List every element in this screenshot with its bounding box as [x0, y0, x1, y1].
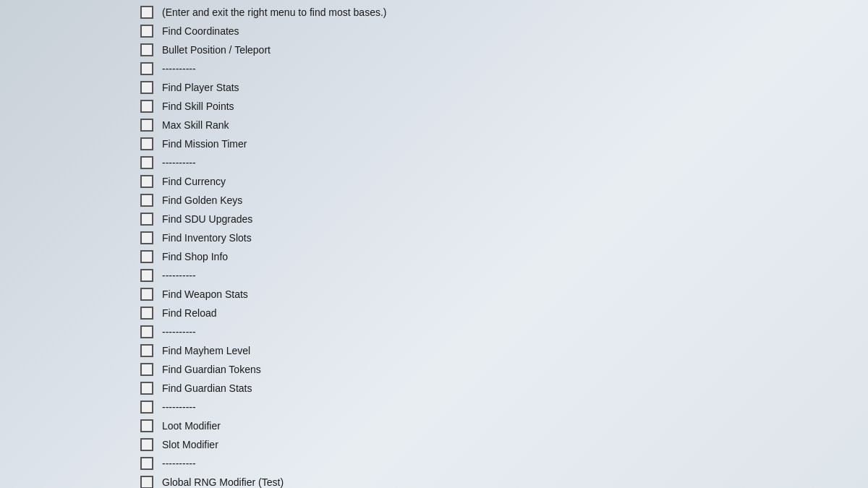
main-container: (Enter and exit the right menu to find m… — [0, 0, 868, 488]
list-row: Find Guardian Stats </div> — [0, 379, 868, 398]
item-label: Find Currency — [159, 176, 781, 187]
list-row: Find Golden Keys </div> — [0, 191, 868, 210]
checkbox-area — [0, 438, 159, 451]
list-row: Find Skill Points </div> — [0, 97, 868, 116]
separator-row: ---------- — [0, 398, 868, 416]
item-checkbox[interactable] — [140, 476, 153, 488]
separator-label: ---------- — [159, 63, 868, 74]
item-checkbox[interactable] — [140, 119, 153, 132]
separator-checkbox[interactable] — [140, 156, 153, 169]
item-label: Max Skill Rank — [159, 119, 781, 131]
list-row: Global RNG Modifier (Test) </div> — [0, 473, 868, 488]
item-checkbox[interactable] — [140, 363, 153, 376]
separator-row: ---------- — [0, 454, 868, 473]
item-checkbox[interactable] — [140, 137, 153, 150]
checkbox-area — [0, 250, 159, 263]
item-checkbox[interactable] — [140, 307, 153, 320]
separator-checkbox[interactable] — [140, 325, 153, 338]
checkbox-area — [0, 363, 159, 376]
item-checkbox[interactable] — [140, 382, 153, 395]
list-row: Find Coordinates </div> — [0, 22, 868, 40]
item-label: Find Guardian Tokens — [159, 364, 781, 375]
item-checkbox[interactable] — [140, 175, 153, 188]
list-row: Slot Modifier </div> — [0, 435, 868, 454]
list-row: Find Reload </div> — [0, 304, 868, 322]
checkbox-area — [0, 419, 159, 432]
item-label: Find Guardian Stats — [159, 382, 781, 394]
checkbox-area — [0, 137, 159, 150]
item-checkbox[interactable] — [140, 344, 153, 357]
checkbox-area — [0, 288, 159, 301]
separator-label: ---------- — [159, 458, 868, 469]
item-label: Find Shop Info — [159, 251, 781, 262]
list-row: Find Weapon Stats </div> — [0, 285, 868, 304]
item-checkbox[interactable] — [140, 419, 153, 432]
separator-row: ---------- — [0, 322, 868, 341]
separator-checkbox[interactable] — [140, 401, 153, 414]
checkbox-area — [0, 194, 159, 207]
separator-row: ---------- — [0, 153, 868, 172]
checkbox-area — [0, 100, 159, 113]
item-checkbox[interactable] — [140, 81, 153, 94]
item-label: Loot Modifier — [159, 420, 781, 432]
checkbox-area — [0, 43, 159, 56]
item-label: Find Player Stats — [159, 82, 781, 93]
separator-label: ---------- — [159, 157, 868, 168]
item-checkbox[interactable] — [140, 438, 153, 451]
item-checkbox[interactable] — [140, 250, 153, 263]
list-row: Find Currency </div> — [0, 172, 868, 191]
separator-checkbox-area — [0, 457, 159, 470]
checkbox-area — [0, 344, 159, 357]
checkbox-area — [0, 25, 159, 38]
checkbox-area — [0, 119, 159, 132]
list-row: Max Skill Rank </div> — [0, 116, 868, 134]
item-label: Find Inventory Slots — [159, 232, 781, 244]
item-label: Bullet Position / Teleport — [159, 44, 781, 56]
separator-checkbox[interactable] — [140, 62, 153, 75]
item-checkbox[interactable] — [140, 194, 153, 207]
item-label: Find Coordinates — [159, 25, 781, 37]
separator-row: ---------- — [0, 59, 868, 78]
checkbox-area — [0, 175, 159, 188]
separator-label: ---------- — [159, 401, 868, 413]
list-row: Find Mission Timer </div> — [0, 134, 868, 153]
checkbox-area — [0, 307, 159, 320]
item-label: Global RNG Modifier (Test) — [159, 476, 781, 488]
list-row: Bullet Position / Teleport </div> — [0, 40, 868, 59]
list-row: Find Player Stats </div> — [0, 78, 868, 97]
item-checkbox[interactable] — [140, 25, 153, 38]
separator-checkbox[interactable] — [140, 269, 153, 282]
item-label: Find Reload — [159, 307, 781, 319]
item-checkbox[interactable] — [140, 43, 153, 56]
item-checkbox[interactable] — [140, 213, 153, 226]
separator-checkbox-area — [0, 156, 159, 169]
separator-label: ---------- — [159, 326, 868, 338]
item-label: Find Golden Keys — [159, 194, 781, 206]
intro-checkbox-area — [0, 6, 159, 19]
item-label: Find Weapon Stats — [159, 288, 781, 300]
list-row: Loot Modifier </div> — [0, 416, 868, 435]
list-row: Find Mayhem Level </div> — [0, 341, 868, 360]
separator-checkbox-area — [0, 269, 159, 282]
separator-row: ---------- — [0, 266, 868, 285]
separator-checkbox[interactable] — [140, 457, 153, 470]
separator-checkbox-area — [0, 62, 159, 75]
separator-checkbox-area — [0, 325, 159, 338]
intro-label: (Enter and exit the right menu to find m… — [159, 7, 868, 18]
item-label: Find Mission Timer — [159, 138, 781, 150]
item-label: Find Mayhem Level — [159, 345, 781, 356]
item-label: Find SDU Upgrades — [159, 213, 781, 225]
list-row: Find Inventory Slots </div> — [0, 228, 868, 247]
intro-checkbox[interactable] — [140, 6, 153, 19]
item-checkbox[interactable] — [140, 100, 153, 113]
intro-row: (Enter and exit the right menu to find m… — [0, 3, 868, 22]
item-label: Slot Modifier — [159, 439, 781, 450]
separator-label: ---------- — [159, 270, 868, 281]
checkbox-area — [0, 231, 159, 244]
item-checkbox[interactable] — [140, 231, 153, 244]
checkbox-area — [0, 382, 159, 395]
list-row: Find Guardian Tokens </div> — [0, 360, 868, 379]
item-checkbox[interactable] — [140, 288, 153, 301]
separator-checkbox-area — [0, 401, 159, 414]
checkbox-area — [0, 213, 159, 226]
